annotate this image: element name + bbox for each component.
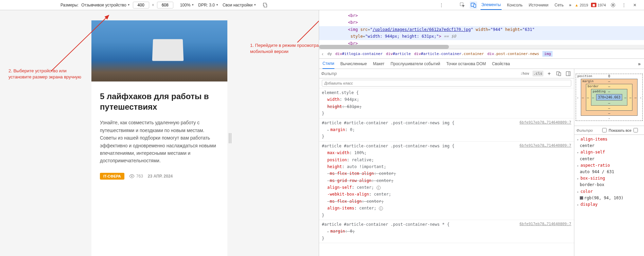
subtab-dombp[interactable]: Точки останова DOM <box>446 59 486 69</box>
horizontal-scrollbar[interactable] <box>319 45 644 49</box>
settings-dropdown[interactable]: Свои настройки ▼ <box>223 3 256 7</box>
device-mode-icon[interactable] <box>470 1 477 9</box>
settings-label: Свои настройки <box>223 3 253 7</box>
chevron-down-icon: ▼ <box>191 3 194 6</box>
more-icon[interactable]: ⋮ <box>438 1 445 9</box>
add-class-row <box>319 78 574 88</box>
selected-element[interactable]: <img src="/upload/images/article/6612a7e… <box>319 26 644 40</box>
devtools-tabs: Элементы Консоль Источники Сеть » <box>481 0 571 10</box>
article-title: 5 лайфхаков для работы в путешествиях <box>100 91 219 112</box>
computed-filter-row: Показать все <box>574 126 644 135</box>
devtools-toolbar: ⋮ Элементы Консоль Источники Сеть » ▲201… <box>438 0 641 10</box>
breadcrumb-item-selected[interactable]: img <box>542 51 553 57</box>
svg-point-6 <box>131 176 133 177</box>
device-name: Отзывчивое устройство <box>81 3 126 7</box>
elements-tree[interactable]: <br> <br> <img src="/upload/images/artic… <box>319 10 644 49</box>
styles-tabs: Стили Вычисленные Макет Прослушиватели с… <box>319 59 644 69</box>
device-dropdown[interactable]: Отзывчивое устройство ▼ <box>81 3 130 7</box>
breadcrumb-item[interactable]: div#itlogia-container <box>335 52 383 56</box>
category-badge[interactable]: IT-СФЕРА <box>100 173 124 180</box>
panel-icon[interactable] <box>564 70 572 77</box>
computed-list[interactable]: ▸align-itemscenter▸align-selfcenter▸aspe… <box>574 135 644 256</box>
show-all-checkbox[interactable] <box>602 128 607 132</box>
warnings-area[interactable]: ▲2019 ◼1974 <box>575 3 606 7</box>
show-all-label: Показать все <box>609 128 631 132</box>
css-rules[interactable]: element.style {width: 944px;height: 631p… <box>319 88 574 256</box>
article-meta: IT-СФЕРА 763 23 АПР. 2024 <box>100 173 219 180</box>
warning-count: 2019 <box>580 3 588 7</box>
device-viewport: 2. Выберите устройство или установите ра… <box>0 10 319 256</box>
breadcrumb-item[interactable]: div#article-container.container <box>414 52 484 56</box>
svg-rect-9 <box>566 72 570 76</box>
dimension-separator: × <box>152 3 154 7</box>
breadcrumb-prev[interactable]: ‹ <box>321 51 324 57</box>
tab-console[interactable]: Консоль <box>506 1 523 10</box>
dpr-value: DPR: 3.0 <box>198 3 215 7</box>
styles-panel: :hov .cls + element.style {width: 944px;… <box>319 69 574 256</box>
chevron-down-icon: ▼ <box>216 3 219 6</box>
svg-rect-2 <box>474 4 476 7</box>
dimensions-label: Размеры: <box>60 3 79 7</box>
article-image <box>91 20 227 81</box>
breadcrumb: ‹ dy div#itlogia-container div#article d… <box>319 49 644 59</box>
breadcrumb-item[interactable]: dy <box>327 52 332 56</box>
article-text: Узнайте, как совместить удаленную работу… <box>100 119 219 164</box>
rotate-icon[interactable] <box>261 1 268 9</box>
hov-toggle[interactable]: :hov <box>519 71 530 76</box>
subtab-props[interactable]: Свойства <box>492 59 510 69</box>
gear-icon[interactable] <box>609 1 617 9</box>
devtools-panel: <br> <br> <img src="/upload/images/artic… <box>319 10 644 256</box>
zoom-value: 100% <box>180 3 191 7</box>
breadcrumb-item[interactable]: div#article <box>386 52 411 56</box>
close-icon[interactable]: ✕ <box>631 1 639 9</box>
more-subtabs-icon[interactable]: » <box>638 61 641 67</box>
dpr-dropdown[interactable]: DPR: 3.0 ▼ <box>198 3 219 7</box>
box-content: 370×246.663 <box>596 94 622 100</box>
height-input[interactable] <box>157 2 173 8</box>
svg-point-3 <box>612 4 614 6</box>
annotation-2: 2. Выберите устройство или установите ра… <box>8 68 81 80</box>
device-frame: 5 лайфхаков для работы в путешествиях Уз… <box>91 20 227 256</box>
device-toolbar: Размеры: Отзывчивое устройство ▼ × 100% … <box>0 0 644 10</box>
cls-toggle[interactable]: .cls <box>533 71 544 76</box>
more-tabs-icon[interactable]: » <box>569 3 571 7</box>
svg-rect-8 <box>559 73 561 76</box>
breadcrumb-item[interactable]: div.post-container-news <box>487 52 539 56</box>
width-input[interactable] <box>133 2 149 8</box>
subtab-styles[interactable]: Стили <box>323 59 334 69</box>
eye-icon <box>129 174 135 178</box>
inspect-icon[interactable] <box>459 1 466 9</box>
tab-network[interactable]: Сеть <box>554 1 564 10</box>
add-class-input[interactable] <box>322 80 571 87</box>
computed-panel: position 0--- margin –––– border –––– pa… <box>574 69 644 256</box>
article-content: 5 лайфхаков для работы в путешествиях Уз… <box>91 81 227 189</box>
tab-sources[interactable]: Источники <box>528 1 549 10</box>
chevron-down-icon: ▼ <box>254 3 256 6</box>
styles-filter-input[interactable] <box>321 71 517 76</box>
article-date: 23 АПР. 2024 <box>148 174 173 179</box>
device-icon[interactable] <box>555 70 562 77</box>
styles-filter-row: :hov .cls + <box>319 69 574 78</box>
zoom-dropdown[interactable]: 100% ▼ <box>180 3 194 7</box>
annotation-1: 1. Перейдите в режим просмотра мобильной… <box>250 42 319 55</box>
resize-handle[interactable] <box>229 133 232 143</box>
svg-line-5 <box>297 10 319 42</box>
error-count: 1974 <box>598 3 606 7</box>
new-rule-icon[interactable]: + <box>545 70 553 77</box>
subtab-listeners[interactable]: Прослушиватели событий <box>390 59 440 69</box>
tab-elements[interactable]: Элементы <box>481 0 502 10</box>
views-count: 763 <box>129 174 143 179</box>
box-model[interactable]: position 0--- margin –––– border –––– pa… <box>574 69 644 126</box>
device-controls: Размеры: Отзывчивое устройство ▼ × 100% … <box>3 1 268 9</box>
group-checkbox[interactable] <box>633 128 638 132</box>
more-icon[interactable]: ⋮ <box>620 1 628 9</box>
subtab-computed[interactable]: Вычисленные <box>341 59 367 69</box>
chevron-down-icon: ▼ <box>127 3 130 6</box>
computed-filter-input[interactable] <box>576 128 600 132</box>
subtab-layout[interactable]: Макет <box>373 59 384 69</box>
